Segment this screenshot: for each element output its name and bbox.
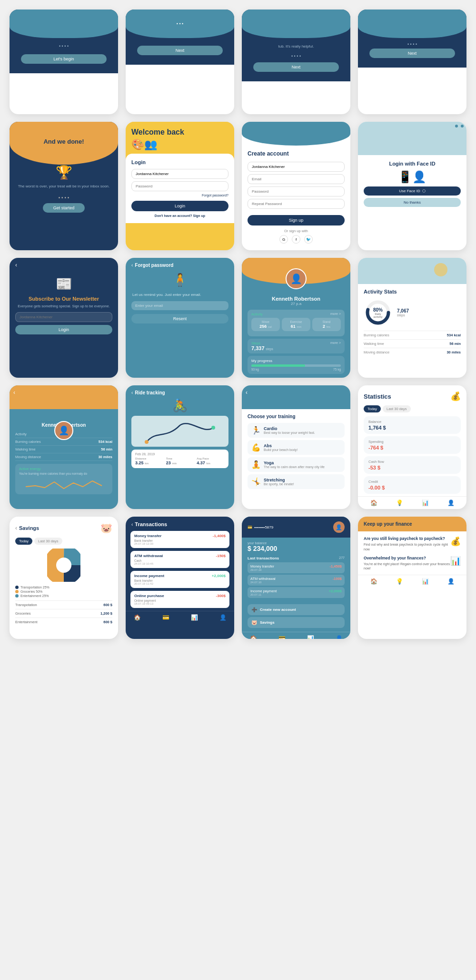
nav-home-icon[interactable]: 🏠 <box>370 500 377 506</box>
acc-trans-1-amount: -1,450$ <box>330 564 342 568</box>
steps-more[interactable]: more > <box>330 341 341 345</box>
next-button-4[interactable]: Next <box>369 49 455 58</box>
newsletter-email-input[interactable] <box>15 312 112 322</box>
or-signup-text: Or sign up with <box>248 229 345 233</box>
nav-profile-icon[interactable]: 👤 <box>447 500 455 506</box>
donut-percentage: 80% Daily activity <box>371 307 385 318</box>
create-account-button[interactable]: ➕ Create new account <box>248 604 345 615</box>
training-item-abs[interactable]: 💪 Abs Build your beach body! <box>248 440 345 455</box>
training-item-cardio[interactable]: 🏃 Cardio Best way to loose your weight f… <box>248 423 345 438</box>
card4-dots: • • • • <box>364 42 461 47</box>
onboard-card-3: tub. It's really helpful. • • • • Next <box>242 10 350 114</box>
fin-nav-lightbulb[interactable]: 💡 <box>396 578 403 585</box>
trans-nav-home[interactable]: 🏠 <box>134 614 141 621</box>
legend-groceries: Groceries 50% <box>15 590 112 593</box>
ride-map-svg <box>131 416 228 447</box>
no-thanks-button[interactable]: No thanks <box>364 198 461 207</box>
stand-stat: Stand 2 hrs <box>312 318 341 331</box>
create-username-input[interactable] <box>248 162 345 172</box>
training-card: ‹ Choose your training 🏃 Cardio Best way… <box>242 385 350 509</box>
walking-label: Walking time <box>364 342 384 346</box>
stretching-desc: Be sporty, be innate! <box>264 482 294 486</box>
activity-more[interactable]: more > <box>330 312 341 316</box>
create-email-input[interactable] <box>248 174 345 184</box>
balance-label: Balance <box>368 420 456 424</box>
forgot-password-link[interactable]: Forgot password? <box>131 194 228 197</box>
user-distance-label: Moving distance <box>15 455 41 459</box>
savings-tabs: Today Last 30 days <box>15 538 112 545</box>
trans-nav-card[interactable]: 💳 <box>162 614 169 621</box>
progress-fill <box>251 364 305 367</box>
newsletter-login-button[interactable]: Login <box>15 325 112 334</box>
savings-back-icon[interactable]: ‹ <box>15 525 17 531</box>
facebook-social-button[interactable]: f <box>292 235 300 244</box>
training-title: Choose your training <box>248 414 345 419</box>
create-acc-icon: ➕ <box>251 607 257 612</box>
training-item-stretching[interactable]: 🤸 Stretching Be sporty, be innate! <box>248 474 345 489</box>
training-back-button[interactable]: ‹ <box>246 389 248 396</box>
savings-card: ‹ Savings 🐷 Today Last 30 days Transport… <box>10 517 118 639</box>
forgot-back-icon[interactable]: ‹ <box>131 263 133 268</box>
password-input[interactable] <box>131 181 228 191</box>
trans-nav-chart[interactable]: 📊 <box>191 614 198 621</box>
newsletter-back[interactable]: ‹ <box>10 258 118 272</box>
tab-today-button[interactable]: Today <box>364 405 381 412</box>
acc-nav-profile[interactable]: 👤 <box>336 635 343 639</box>
user-profile-back-button[interactable]: ‹ <box>13 389 15 396</box>
signup-button[interactable]: Sign up <box>248 215 345 225</box>
trans3-amount: +2,000$ <box>212 574 226 578</box>
next-button-2[interactable]: Next <box>137 46 223 55</box>
acc-nav-home[interactable]: 🏠 <box>250 635 257 639</box>
transactions-back-icon[interactable]: ‹ <box>131 522 133 527</box>
nav-card-icon[interactable]: 💡 <box>396 500 403 506</box>
yoga-name: Yoga <box>264 461 325 465</box>
onboard-card-1: • • • • Let's begin <box>10 10 118 114</box>
acc-nav-chart[interactable]: 📊 <box>307 635 314 639</box>
fin-nav-profile[interactable]: 👤 <box>447 578 455 585</box>
nav-chart-icon[interactable]: 📊 <box>422 500 429 506</box>
ride-back-icon[interactable]: ‹ <box>131 390 133 395</box>
login-button[interactable]: Login <box>131 201 228 211</box>
user-burning-label: Burning calories <box>15 440 41 444</box>
entertainment-value: 600 $ <box>103 620 112 624</box>
balance-card: Balance 1,764 $ <box>364 416 461 434</box>
google-social-button[interactable]: G <box>279 235 288 244</box>
resent-button[interactable]: Resent <box>131 314 228 323</box>
last-trans-more[interactable]: 277 <box>339 556 345 560</box>
ride-header: ‹ Ride tracking <box>126 385 234 395</box>
next-button-3[interactable]: Next <box>253 62 339 72</box>
create-repeat-input[interactable] <box>248 199 345 209</box>
forgot-email-input[interactable] <box>131 301 228 310</box>
create-password-input[interactable] <box>248 186 345 196</box>
signup-link-text[interactable]: Sign up <box>193 214 205 217</box>
energy-line-svg <box>19 477 109 491</box>
finance-nav-bar: 🏠 💡 📊 👤 <box>358 575 466 588</box>
steps-unit: steps <box>266 347 273 351</box>
get-started-button[interactable]: Get started <box>43 203 85 213</box>
trans2-row: ATM withdrawal -150$ <box>134 554 226 558</box>
signup-prompt: Don't have an account? Sign up <box>131 214 228 217</box>
acc-trans-1-row: Money transfer -1,450$ <box>250 564 342 568</box>
done-top-wave: And we done! <box>10 122 118 165</box>
abs-desc: Build your beach body! <box>264 448 298 451</box>
trans-nav-profile[interactable]: 👤 <box>219 614 227 621</box>
fin-nav-home[interactable]: 🏠 <box>370 578 377 585</box>
lets-begin-button[interactable]: Let's begin <box>21 54 107 64</box>
credit-label: Credit <box>368 480 456 484</box>
statistics-title: Statistics <box>364 393 391 400</box>
training-item-yoga[interactable]: 🧘 Yoga The way to calm down after many c… <box>248 457 345 472</box>
use-faceid-button[interactable]: Use Face ID ⬡ <box>364 186 461 196</box>
account-card-info: 💳 ••••••••5879 <box>248 525 273 529</box>
username-input[interactable] <box>131 169 228 179</box>
twitter-social-button[interactable]: 🐦 <box>304 235 313 244</box>
savings-tab-today[interactable]: Today <box>15 538 32 545</box>
statistics-card: Statistics 💰 Today Last 30 days Balance … <box>358 385 466 509</box>
savings-button[interactable]: 🐷 Savings <box>248 617 345 628</box>
acc-nav-card[interactable]: 💳 <box>278 635 286 639</box>
transaction-1: Money transfer -1,400$ Bank transfer 24.… <box>130 531 229 548</box>
tab-last30-button[interactable]: Last 30 days <box>383 405 411 412</box>
fin-nav-chart[interactable]: 📊 <box>422 578 429 585</box>
faceid-illustration: 📱👤 <box>364 170 461 184</box>
savings-tab-last30[interactable]: Last 30 days <box>34 538 62 545</box>
ride-pace-value: 4.37 <box>197 461 205 465</box>
